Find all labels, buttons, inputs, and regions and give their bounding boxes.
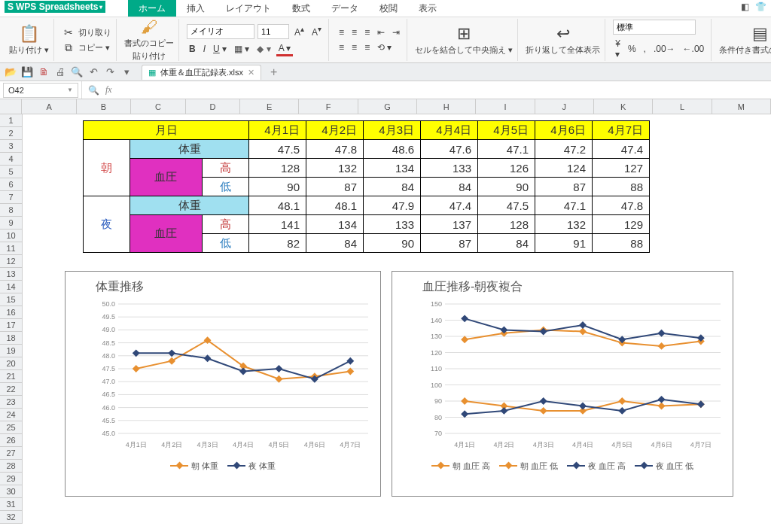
cell[interactable]: 134 <box>364 159 421 178</box>
number-format-select[interactable] <box>613 20 696 35</box>
row-header[interactable]: 24 <box>0 409 22 421</box>
inc-decimal-button[interactable]: .00→ <box>651 43 678 55</box>
row-header[interactable]: 25 <box>0 421 22 434</box>
cell[interactable]: 134 <box>306 215 364 234</box>
decrease-font-button[interactable]: A▾ <box>309 24 324 38</box>
cell[interactable]: 47.2 <box>535 140 593 159</box>
row-header[interactable]: 27 <box>0 447 22 460</box>
ribbon-tab-1[interactable]: 挿入 <box>176 0 215 17</box>
row-header[interactable]: 17 <box>0 319 22 332</box>
row-header[interactable]: 16 <box>0 306 22 319</box>
cell[interactable]: 124 <box>535 159 593 178</box>
cell[interactable]: 47.1 <box>478 140 535 159</box>
chart-weight[interactable]: 体重推移 45.045.546.046.547.047.548.048.549.… <box>65 271 381 497</box>
copy-button[interactable]: ⧉コピー ▾ <box>62 41 110 54</box>
col-header[interactable]: M <box>712 99 771 114</box>
indent-inc-button[interactable]: ⇥ <box>390 26 402 38</box>
cell[interactable]: 48.1 <box>306 196 364 215</box>
row-header[interactable]: 11 <box>0 242 22 255</box>
row-header[interactable]: 2 <box>0 127 22 140</box>
close-tab-button[interactable]: ✕ <box>248 68 254 78</box>
col-header[interactable]: D <box>186 99 240 114</box>
col-header[interactable]: J <box>535 99 594 114</box>
cell[interactable]: 126 <box>478 159 535 178</box>
row-header[interactable]: 26 <box>0 434 22 447</box>
cell[interactable]: 48.6 <box>364 140 421 159</box>
row-header[interactable]: 9 <box>0 217 22 230</box>
col-header[interactable]: C <box>131 99 185 114</box>
ribbon-tab-2[interactable]: レイアウト <box>215 0 282 17</box>
shirt-icon[interactable]: 👕 <box>755 2 766 12</box>
cell[interactable]: 127 <box>593 159 650 178</box>
cell[interactable]: 47.8 <box>593 196 650 215</box>
row-header[interactable]: 13 <box>0 268 22 281</box>
fx-icon[interactable]: fx <box>105 84 112 96</box>
row-header[interactable]: 12 <box>0 255 22 268</box>
user-icon[interactable]: ◧ <box>741 2 749 12</box>
row-header[interactable]: 29 <box>0 473 22 485</box>
row-header[interactable]: 18 <box>0 332 22 345</box>
cell[interactable]: 87 <box>421 234 478 253</box>
row-header[interactable]: 7 <box>0 191 22 204</box>
cell[interactable]: 84 <box>364 178 421 196</box>
row-header[interactable]: 4 <box>0 153 22 166</box>
chart-blood-pressure[interactable]: 血圧推移-朝夜複合 7080901001101201301401504月1日4月… <box>392 271 733 497</box>
row-header[interactable]: 23 <box>0 396 22 409</box>
row-header[interactable]: 1 <box>0 114 22 127</box>
ribbon-tab-3[interactable]: 数式 <box>282 0 321 17</box>
cell[interactable]: 88 <box>593 178 650 196</box>
row-header[interactable]: 21 <box>0 370 22 383</box>
cell[interactable]: 84 <box>478 234 535 253</box>
format-painter-button[interactable]: 🖌 書式のコピー 貼り付け <box>124 18 174 62</box>
save-icon[interactable]: 💾 <box>21 66 33 78</box>
merge-cells-button[interactable]: ⊞ セルを結合して中央揃え ▾ <box>415 25 513 56</box>
open-icon[interactable]: 📂 <box>5 66 17 78</box>
cell[interactable]: 133 <box>421 159 478 178</box>
align-center-button[interactable]: ≡ <box>349 41 359 53</box>
conditional-format-button[interactable]: ▤ 条件付き書式の設定 ▾ <box>719 25 771 56</box>
ribbon-tab-4[interactable]: データ <box>321 0 369 17</box>
font-color-button[interactable]: A ▾ <box>276 42 294 56</box>
row-header[interactable]: 20 <box>0 357 22 370</box>
spreadsheet-grid[interactable]: ABCDEFGHIJKLM 12345678910111213141516171… <box>0 99 771 532</box>
row-header[interactable]: 5 <box>0 166 22 178</box>
comma-button[interactable]: , <box>641 43 648 55</box>
col-header[interactable]: B <box>77 99 131 114</box>
font-name-select[interactable] <box>187 24 254 39</box>
indent-dec-button[interactable]: ⇤ <box>375 26 387 38</box>
cell[interactable]: 47.9 <box>364 196 421 215</box>
col-header[interactable]: K <box>594 99 653 114</box>
col-header[interactable]: G <box>358 99 417 114</box>
row-header[interactable]: 32 <box>0 511 22 524</box>
bold-button[interactable]: B <box>187 43 198 55</box>
more-icon[interactable]: ▾ <box>120 66 133 78</box>
cell[interactable]: 137 <box>421 215 478 234</box>
fill-color-button[interactable]: ◆ ▾ <box>254 43 273 55</box>
cell[interactable]: 47.6 <box>421 140 478 159</box>
cell[interactable]: 90 <box>364 234 421 253</box>
cell[interactable]: 132 <box>306 159 364 178</box>
cell[interactable]: 84 <box>421 178 478 196</box>
row-header[interactable]: 28 <box>0 460 22 473</box>
align-right-button[interactable]: ≡ <box>362 41 372 53</box>
border-button[interactable]: ▦ ▾ <box>232 43 251 55</box>
cell[interactable]: 47.5 <box>249 140 306 159</box>
align-left-button[interactable]: ≡ <box>337 41 346 53</box>
redo-icon[interactable]: ↷ <box>104 66 116 78</box>
row-header[interactable]: 14 <box>0 281 22 293</box>
cut-button[interactable]: ✂切り取り <box>62 26 111 39</box>
ribbon-tab-5[interactable]: 校閲 <box>369 0 408 17</box>
cell[interactable]: 82 <box>249 234 306 253</box>
preview-icon[interactable]: 🔍 <box>71 66 83 78</box>
row-header[interactable]: 30 <box>0 485 22 498</box>
select-all-corner[interactable] <box>0 99 22 114</box>
align-bottom-button[interactable]: ≡ <box>362 26 372 38</box>
cell[interactable]: 91 <box>535 234 593 253</box>
font-size-select[interactable] <box>258 24 289 39</box>
cell[interactable]: 48.1 <box>249 196 306 215</box>
align-top-button[interactable]: ≡ <box>337 26 346 38</box>
cell[interactable]: 141 <box>249 215 306 234</box>
ribbon-tab-0[interactable]: ホーム <box>128 0 176 17</box>
cell[interactable]: 47.4 <box>593 140 650 159</box>
cell[interactable]: 47.1 <box>535 196 593 215</box>
